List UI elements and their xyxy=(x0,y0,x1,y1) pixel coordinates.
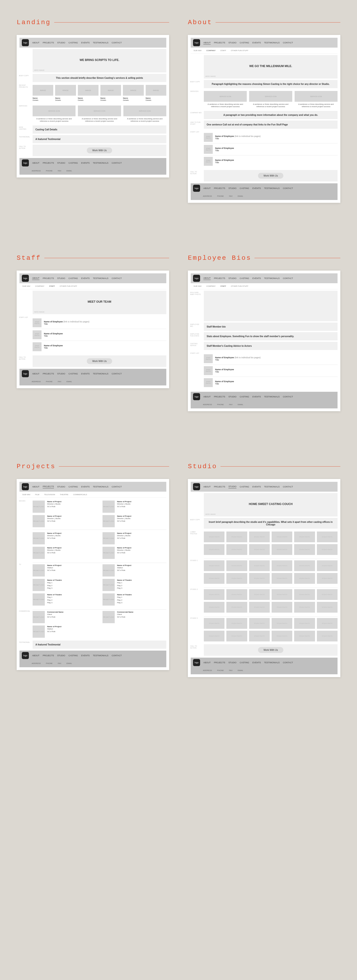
subnav-staff[interactable]: STAFF xyxy=(49,285,55,287)
logo[interactable]: logo xyxy=(22,159,29,167)
nav-projects[interactable]: PROJECTS xyxy=(43,41,54,44)
work-with-us-button[interactable]: Work With Us xyxy=(87,358,112,364)
subnav-staff[interactable]: STAFF xyxy=(220,49,226,52)
work-with-us-button[interactable]: Work With Us xyxy=(87,148,112,153)
footer-nav-item[interactable]: TESTIMONIALS xyxy=(264,187,280,190)
work-with-us-button[interactable]: Work With Us xyxy=(258,173,284,179)
logo[interactable]: logo xyxy=(22,275,29,282)
subnav-staff[interactable]: STAFF xyxy=(220,285,226,287)
subnav-tv[interactable]: TELEVISION xyxy=(44,493,55,496)
staff-item[interactable]: STAFF PHOTOName of EmployeeTitle xyxy=(204,155,338,167)
footer-nav-item[interactable]: PROJECTS xyxy=(43,372,54,375)
nav-testimonials[interactable]: TESTIMONIALS xyxy=(93,41,108,44)
nav-item[interactable]: CASTING xyxy=(69,277,78,280)
nav-studio[interactable]: STUDIO xyxy=(57,41,65,44)
nav-events[interactable]: EVENTS xyxy=(81,41,89,44)
subnav-company[interactable]: COMPANY xyxy=(35,285,45,287)
nav-item[interactable]: EVENTS xyxy=(81,277,89,280)
logo[interactable]: logo xyxy=(22,39,29,46)
footer-nav-item[interactable]: CONTACT xyxy=(283,661,293,664)
logo[interactable]: logo xyxy=(193,185,200,192)
footer-nav-item[interactable]: STUDIO xyxy=(228,395,236,398)
footer-nav-item[interactable]: EVENTS xyxy=(252,661,261,664)
project-item[interactable]: PROJECT LOGOCommercial NameClientSC's Ro… xyxy=(102,611,166,623)
footer-nav-item[interactable]: CASTING xyxy=(240,661,249,664)
nav-item[interactable]: EVENTS xyxy=(252,277,261,280)
project-item[interactable]: PROJECT LOGOName of ProjectDirector | St… xyxy=(33,515,96,527)
footer-nav-item[interactable]: CONTACT xyxy=(112,372,122,375)
footer-nav-item[interactable]: ABOUT xyxy=(203,187,210,190)
nav-projects[interactable]: PROJECTS xyxy=(214,41,225,44)
footer-nav-item[interactable]: TESTIMONIALS xyxy=(264,661,280,664)
footer-nav-item[interactable]: EVENTS xyxy=(81,372,89,375)
theatre-item[interactable]: PROJECT LOGOName of TheatrePlay 1Play 2P… xyxy=(102,593,166,606)
footer-nav-testimonials[interactable]: TESTIMONIALS xyxy=(93,161,108,165)
subnav-fun[interactable]: OTHER FUN STUFF xyxy=(60,285,77,287)
staff-item[interactable]: STAFF PHOTOName of EmployeeTitle xyxy=(204,143,338,155)
nav-studio[interactable]: STUDIO xyxy=(228,41,236,44)
work-with-us-button[interactable]: Work With Us xyxy=(258,647,284,653)
footer-nav-item[interactable]: TESTIMONIALS xyxy=(93,372,108,375)
nav-about[interactable]: ABOUT xyxy=(32,277,40,280)
nav-item[interactable]: EVENTS xyxy=(81,485,89,488)
subnav-theatre[interactable]: THEATRE xyxy=(60,493,69,496)
nav-item[interactable]: CASTING xyxy=(240,485,249,488)
theatre-item[interactable]: PROJECT LOGOName of TheatrePlay 1Play 2P… xyxy=(33,593,96,606)
project-item[interactable]: PROJECT LOGOName of ProjectDirector | St… xyxy=(33,501,96,513)
footer-nav-item[interactable]: ABOUT xyxy=(203,661,210,664)
project-item[interactable]: PROJECT LOGOName of ProjectStationSC's R… xyxy=(33,564,96,576)
nav-projects[interactable]: PROJECTS xyxy=(43,485,54,488)
project-item[interactable]: PROJECT LOGOCommercial NameClientSC's Ro… xyxy=(33,611,96,623)
nav-item[interactable]: ABOUT xyxy=(32,485,40,488)
footer-nav-casting[interactable]: CASTING xyxy=(69,161,78,165)
footer-nav-item[interactable]: EVENTS xyxy=(81,654,89,657)
nav-item[interactable]: STUDIO xyxy=(228,277,236,280)
footer-nav-item[interactable]: ABOUT xyxy=(32,654,40,657)
nav-item[interactable]: TESTIMONIALS xyxy=(264,277,280,280)
project-item[interactable]: PROJECT LOGOName of ProjectDirector | St… xyxy=(102,501,166,513)
logo[interactable]: logo xyxy=(193,393,200,400)
footer-nav-item[interactable]: STUDIO xyxy=(57,372,65,375)
footer-nav-contact[interactable]: CONTACT xyxy=(112,161,122,165)
fun-link[interactable]: One sentence Call out at end of company … xyxy=(204,121,338,129)
nav-item[interactable]: TESTIMONIALS xyxy=(93,485,108,488)
nav-contact[interactable]: CONTACT xyxy=(283,41,293,44)
nav-about[interactable]: ABOUT xyxy=(32,41,40,44)
logo[interactable]: logo xyxy=(193,483,200,490)
subnav-film[interactable]: FILM xyxy=(35,493,40,496)
nav-studio[interactable]: STUDIO xyxy=(228,485,236,488)
footer-nav-events[interactable]: EVENTS xyxy=(81,161,89,165)
nav-item[interactable]: PROJECTS xyxy=(214,485,225,488)
subnav-company[interactable]: COMPANY xyxy=(206,285,216,287)
nav-events[interactable]: EVENTS xyxy=(252,41,261,44)
project-item[interactable]: PROJECT LOGOName of ProjectStationSC's R… xyxy=(33,625,96,638)
footer-nav-item[interactable]: CASTING xyxy=(240,187,249,190)
footer-nav-item[interactable]: CONTACT xyxy=(283,395,293,398)
footer-nav-item[interactable]: EVENTS xyxy=(252,395,261,398)
logo[interactable]: logo xyxy=(22,652,29,659)
staff-item[interactable]: STAFF PHOTOName of Employee (link to ind… xyxy=(204,353,338,364)
staff-item[interactable]: STAFF PHOTOName of EmployeeTitle xyxy=(204,377,338,388)
subnav-fun[interactable]: OTHER FUN STUFF xyxy=(231,49,249,52)
logo[interactable]: logo xyxy=(193,275,200,282)
project-item[interactable]: PROJECT LOGOName of ProjectDirector | St… xyxy=(33,532,96,544)
nav-item[interactable]: CASTING xyxy=(240,277,249,280)
footer-nav-item[interactable]: PROJECTS xyxy=(214,187,225,190)
footer-nav-item[interactable]: CONTACT xyxy=(283,187,293,190)
nav-item[interactable]: CASTING xyxy=(69,485,78,488)
project-item[interactable]: PROJECT LOGOName of ProjectDirector | St… xyxy=(102,515,166,527)
footer-nav-item[interactable]: CONTACT xyxy=(112,654,122,657)
nav-item[interactable]: ABOUT xyxy=(203,485,210,488)
nav-casting[interactable]: CASTING xyxy=(69,41,78,44)
staff-item[interactable]: STAFF PHOTOName of EmployeeTitle xyxy=(204,364,338,377)
footer-nav-item[interactable]: TESTIMONIALS xyxy=(93,654,108,657)
subnav-fun[interactable]: OTHER FUN STUFF xyxy=(231,285,249,287)
nav-item[interactable]: STUDIO xyxy=(57,485,65,488)
footer-nav-item[interactable]: PROJECTS xyxy=(43,654,54,657)
footer-nav-item[interactable]: STUDIO xyxy=(57,654,65,657)
logo[interactable]: logo xyxy=(193,39,200,46)
nav-item[interactable]: CONTACT xyxy=(283,277,293,280)
footer-nav-item[interactable]: ABOUT xyxy=(32,372,40,375)
nav-item[interactable]: CONTACT xyxy=(112,485,122,488)
staff-item[interactable]: STAFF PHOTOName of Employee (link to ind… xyxy=(33,317,166,329)
